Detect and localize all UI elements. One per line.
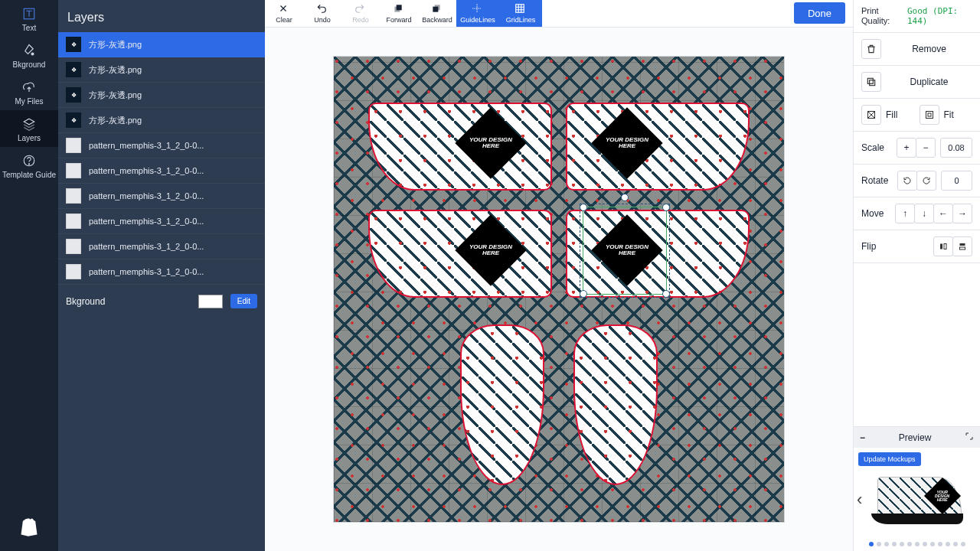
layer-name: pattern_memphis-3_1_2_0-0... [89,217,204,226]
guidelines-icon [472,3,484,15]
preview-image: YOUR DESIGN HERE [871,472,963,527]
layer-name: 方形-灰透.png [89,39,142,51]
remove-label: Remove [886,44,972,54]
layer-name: 方形-灰透.png [89,90,142,101]
canvas-area[interactable]: YOUR DESIGN HERE YOUR DESIGN HERE YOUR D… [265,28,853,551]
bg-edit-button[interactable]: Edit [230,294,257,308]
layer-row[interactable]: ❖方形-灰透.png [58,32,265,57]
print-quality-label: Print Quality: [861,6,903,26]
nav-layers[interactable]: Layers [0,110,58,147]
layer-thumb: ❖ [66,112,81,128]
gridlines-button[interactable]: GridLines [499,0,542,27]
fill-button[interactable]: Fill [861,105,915,125]
scale-plus-button[interactable]: + [897,138,916,158]
layer-row[interactable]: ❖方形-灰透.png [58,108,265,133]
duplicate-row[interactable]: Duplicate [854,66,980,99]
clear-button[interactable]: Clear [265,0,303,27]
preview-expand-button[interactable] [965,432,974,443]
top-toolbar: ClearUndoRedoForwardBackwardGuideLinesGr… [265,0,853,28]
backward-button[interactable]: Backward [418,0,456,27]
center-column: ClearUndoRedoForwardBackwardGuideLinesGr… [265,0,853,551]
layer-name: pattern_memphis-3_1_2_0-0... [89,191,204,201]
left-nav: Text Bkground My Files Layers Template G… [0,0,58,551]
layer-name: pattern_memphis-3_1_2_0-0... [89,166,204,175]
shoe-tongue-r[interactable] [573,324,658,485]
layers-list: ❖方形-灰透.png❖方形-灰透.png❖方形-灰透.png❖方形-灰透.png… [58,32,265,285]
fit-button[interactable]: Fit [920,105,973,125]
shoe-side-tl[interactable]: YOUR DESIGN HERE [368,103,552,191]
flip-v-button[interactable] [952,236,972,256]
duplicate-label: Duplicate [886,77,972,87]
nav-text[interactable]: Text [0,0,58,37]
selection-box[interactable] [583,207,667,295]
backward-icon [431,3,443,15]
text-icon [21,5,38,22]
shopify-icon [18,516,40,537]
preview-prev-button[interactable]: ‹ [857,490,862,510]
layer-row[interactable]: pattern_memphis-3_1_2_0-0... [58,259,265,285]
flip-label: Flip [861,241,876,252]
scale-value[interactable]: 0.08 [940,138,972,158]
rotate-ccw-button[interactable] [897,171,917,191]
preview-dots[interactable] [854,542,980,546]
nav-bkground[interactable]: Bkground [0,37,58,73]
bg-swatch[interactable] [198,295,223,308]
layer-row[interactable]: pattern_memphis-3_1_2_0-0... [58,133,265,158]
duplicate-icon [861,72,881,92]
properties-panel: Print Quality: Good (DPI: 144) Remove Du… [853,0,980,551]
move-up-button[interactable]: ↑ [895,204,915,223]
shoe-side-tr[interactable]: YOUR DESIGN HERE [566,103,750,191]
layer-thumb: ❖ [66,37,81,52]
layer-row[interactable]: pattern_memphis-3_1_2_0-0... [58,234,265,259]
artboard[interactable]: YOUR DESIGN HERE YOUR DESIGN HERE YOUR D… [333,56,785,523]
paint-icon [21,42,38,59]
layer-thumb [66,138,81,153]
undo-button[interactable]: Undo [303,0,341,27]
move-row: Move ↑ ↓ ← → [854,197,980,230]
layer-row[interactable]: pattern_memphis-3_1_2_0-0... [58,184,265,209]
svg-rect-13 [928,113,931,116]
shoe-side-bl[interactable]: YOUR DESIGN HERE [368,210,552,298]
nav-template-guide[interactable]: Template Guide [0,147,58,184]
layers-panel: Layers ❖方形-灰透.png❖方形-灰透.png❖方形-灰透.png❖方形… [58,0,265,551]
layer-row[interactable]: pattern_memphis-3_1_2_0-0... [58,158,265,184]
nav-myfiles[interactable]: My Files [0,73,58,110]
rotate-cw-button[interactable] [916,171,936,191]
preview-collapse-button[interactable]: − [860,432,865,443]
nav-label: Template Guide [2,171,56,179]
scale-minus-button[interactable]: − [916,138,936,158]
shoe-side-br[interactable]: YOUR DESIGN HERE [566,210,750,298]
print-quality-row: Print Quality: Good (DPI: 144) [854,0,980,33]
svg-rect-14 [940,244,942,249]
redo-icon [354,3,367,15]
svg-point-1 [31,53,34,55]
layer-thumb [66,188,81,204]
move-left-button[interactable]: ← [933,204,953,223]
remove-row[interactable]: Remove [854,33,980,66]
done-button[interactable]: Done [794,2,845,24]
layer-row[interactable]: ❖方形-灰透.png [58,57,265,83]
layer-thumb [66,239,81,254]
layer-thumb [66,214,81,229]
guidelines-button[interactable]: GuideLines [456,0,499,27]
fill-fit-row: Fill Fit [854,99,980,132]
clear-icon [278,3,290,15]
scale-label: Scale [861,142,884,153]
forward-button[interactable]: Forward [380,0,418,27]
rotate-value[interactable]: 0 [941,171,972,191]
layers-bg-row: Bkground Edit [58,285,265,318]
move-down-button[interactable]: ↓ [914,204,934,223]
update-mockups-button[interactable]: Update Mockups [858,452,921,466]
svg-rect-12 [926,112,933,119]
layer-thumb: ❖ [66,62,81,77]
preview-header: − Preview [854,427,980,448]
rotate-label: Rotate [861,175,888,186]
flip-h-button[interactable] [933,236,953,256]
svg-rect-5 [397,5,402,10]
layer-row[interactable]: pattern_memphis-3_1_2_0-0... [58,209,265,234]
help-icon [21,152,38,169]
shoe-tongue-l[interactable] [460,324,544,485]
move-right-button[interactable]: → [952,204,972,223]
layer-row[interactable]: ❖方形-灰透.png [58,83,265,108]
fill-icon [861,105,881,125]
